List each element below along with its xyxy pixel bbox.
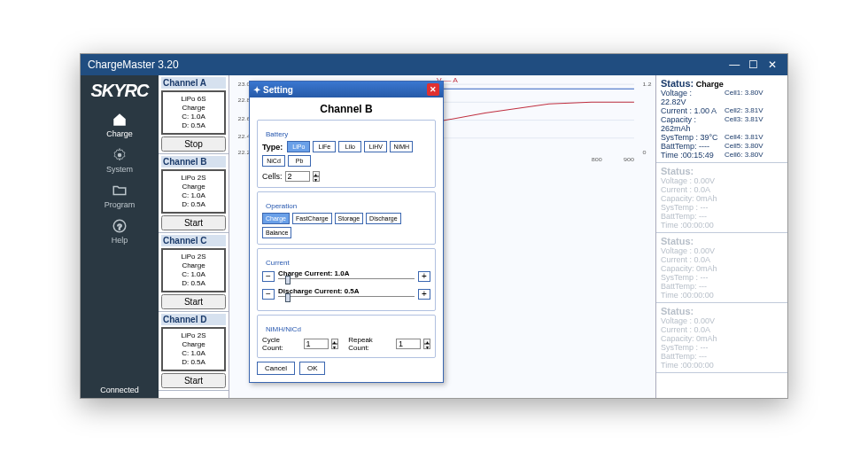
- minimize-button[interactable]: —: [726, 58, 742, 71]
- channel-info: LiPo 2SChargeC: 1.0AD: 0.5A: [161, 169, 226, 214]
- op-storage[interactable]: Storage: [335, 213, 364, 224]
- op-discharge[interactable]: Discharge: [366, 213, 401, 224]
- modal-titlebar[interactable]: ✦Setting ✕: [250, 82, 443, 97]
- channel-head: Channel C: [161, 235, 226, 246]
- channel-start-button[interactable]: Start: [161, 373, 226, 388]
- svg-text:1.2: 1.2: [643, 82, 652, 87]
- channel-a: Channel ALiPo 6SChargeC: 1.0AD: 0.5AStop: [159, 75, 229, 154]
- svg-text:900: 900: [624, 157, 634, 162]
- cells-label: Cells:: [262, 172, 283, 181]
- cells-down[interactable]: ▾: [313, 176, 320, 182]
- channel-info: LiPo 6SChargeC: 1.0AD: 0.5A: [161, 90, 226, 135]
- folder-icon: [112, 183, 128, 199]
- status-idle: Status:Voltage : 0.00VCurrent : 0.0ACapa…: [656, 233, 787, 303]
- discharge-minus[interactable]: −: [262, 289, 275, 300]
- cancel-button[interactable]: Cancel: [257, 362, 295, 375]
- channel-info: LiPo 2SChargeC: 1.0AD: 0.5A: [161, 248, 226, 292]
- help-icon: ?: [112, 218, 128, 234]
- close-button[interactable]: ✕: [764, 58, 780, 71]
- settings-modal: ✦Setting ✕ Channel B Battery Type: LiPoL…: [249, 81, 444, 383]
- cycle-label: Cycle Count:: [262, 336, 301, 352]
- channel-list: Channel ALiPo 6SChargeC: 1.0AD: 0.5AStop…: [159, 75, 229, 398]
- gear-icon: [112, 147, 128, 163]
- charge-current-label: Charge Current: 1.0A: [278, 269, 415, 277]
- discharge-current-label: Discharge Current: 0.5A: [278, 287, 415, 295]
- charge-slider[interactable]: [278, 278, 415, 284]
- repeak-input[interactable]: [396, 339, 421, 349]
- status-idle: Status:Voltage : 0.00VCurrent : 0.0ACapa…: [656, 303, 787, 373]
- conn-status: Connected: [100, 386, 139, 394]
- type-liio[interactable]: LiIo: [338, 141, 361, 152]
- type-pb[interactable]: Pb: [288, 155, 311, 167]
- channel-head: Channel D: [161, 314, 226, 325]
- charge-plus[interactable]: +: [418, 271, 430, 282]
- nav-program[interactable]: Program: [105, 183, 136, 209]
- discharge-plus[interactable]: +: [418, 289, 430, 300]
- operation-fieldset: Operation ChargeFastChargeStorageDischar…: [257, 191, 436, 245]
- nav-charge[interactable]: Charge: [105, 112, 136, 138]
- svg-text:800: 800: [592, 157, 602, 162]
- channel-c: Channel CLiPo 2SChargeC: 1.0AD: 0.5AStar…: [159, 233, 229, 312]
- type-nicd[interactable]: NiCd: [262, 155, 285, 167]
- channel-info: LiPo 2SChargeC: 1.0AD: 0.5A: [161, 327, 226, 371]
- cells-input[interactable]: [285, 171, 310, 182]
- nimh-fieldset: NiMH/NiCd Cycle Count: ▴▾ Repeak Count: …: [257, 315, 436, 358]
- type-lihv[interactable]: LiHV: [364, 141, 387, 152]
- ok-button[interactable]: OK: [299, 362, 326, 375]
- cycle-input[interactable]: [304, 339, 329, 349]
- cycle-down[interactable]: ▾: [331, 344, 338, 349]
- status-a: Status: ChargeVoltage : 22.82VCell1: 3.8…: [656, 75, 787, 163]
- charge-minus[interactable]: −: [262, 271, 275, 282]
- modal-title-label: ✦Setting: [253, 85, 293, 95]
- repeak-label: Repeak Count:: [348, 336, 393, 352]
- channel-head: Channel A: [161, 77, 226, 89]
- channel-start-button[interactable]: Start: [161, 215, 226, 230]
- channel-b: Channel BLiPo 2SChargeC: 1.0AD: 0.5AStar…: [159, 154, 229, 233]
- repeak-down[interactable]: ▾: [423, 344, 430, 349]
- sidebar: SKYRC Charge System Program ? Help: [81, 75, 159, 398]
- svg-point-0: [118, 153, 122, 158]
- discharge-slider[interactable]: [278, 296, 415, 301]
- status-idle: Status:Voltage : 0.00VCurrent : 0.0ACapa…: [656, 163, 787, 233]
- home-icon: [112, 112, 128, 128]
- channel-d: Channel DLiPo 2SChargeC: 1.0AD: 0.5AStar…: [159, 312, 229, 391]
- titlebar: ChargeMaster 3.20 — ☐ ✕: [81, 54, 787, 75]
- type-life[interactable]: LiFe: [313, 141, 336, 152]
- window-title: ChargeMaster 3.20: [88, 58, 179, 71]
- type-nimh[interactable]: NiMH: [390, 141, 413, 152]
- nav-system[interactable]: System: [105, 147, 136, 174]
- channel-head: Channel B: [161, 156, 226, 168]
- window-controls: — ☐ ✕: [726, 58, 780, 71]
- maximize-button[interactable]: ☐: [746, 58, 762, 71]
- op-balance[interactable]: Balance: [262, 227, 291, 238]
- app-window: ChargeMaster 3.20 — ☐ ✕ SKYRC Charge Sys…: [80, 53, 788, 399]
- type-lipo[interactable]: LiPo: [287, 141, 310, 152]
- current-fieldset: Current − Charge Current: 1.0A + − Disch…: [257, 248, 436, 311]
- brand-logo: SKYRC: [90, 81, 148, 101]
- status-col: Status: ChargeVoltage : 22.82VCell1: 3.8…: [656, 75, 787, 398]
- svg-text:0: 0: [643, 150, 647, 155]
- modal-heading: Channel B: [257, 103, 436, 115]
- modal-close-icon[interactable]: ✕: [427, 83, 439, 96]
- channel-stop-button[interactable]: Stop: [161, 136, 226, 152]
- nav-help[interactable]: ? Help: [105, 218, 136, 245]
- op-charge[interactable]: Charge: [262, 213, 290, 224]
- svg-text:?: ?: [117, 222, 121, 231]
- type-label: Type:: [262, 143, 283, 152]
- op-fastcharge[interactable]: FastCharge: [292, 213, 332, 224]
- channel-start-button[interactable]: Start: [161, 294, 226, 309]
- battery-fieldset: Battery Type: LiPoLiFeLiIoLiHVNiMHNiCdPb…: [257, 120, 436, 188]
